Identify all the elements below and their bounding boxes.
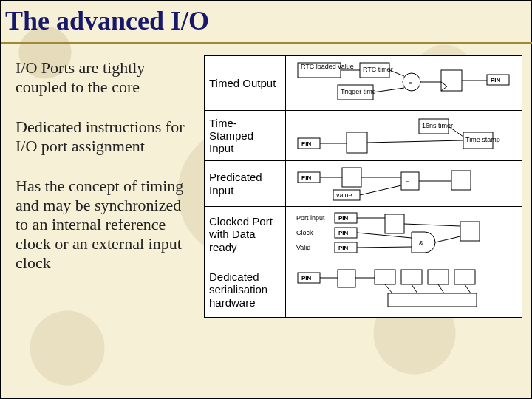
- svg-line-7: [389, 70, 404, 76]
- svg-rect-43: [388, 293, 477, 307]
- svg-line-35: [435, 236, 460, 242]
- diagram-timed-output: RTC loaded value RTC timer Trigger time …: [286, 56, 522, 111]
- and-gate-icon: &: [419, 239, 423, 247]
- svg-line-47: [412, 284, 417, 293]
- svg-rect-21: [401, 172, 419, 190]
- eq-icon: =: [406, 178, 409, 185]
- svg-rect-41: [428, 270, 449, 284]
- svg-line-17: [449, 126, 463, 137]
- svg-rect-19: [342, 168, 361, 187]
- label-16ns-timer: 16ns timer: [422, 122, 453, 129]
- label-value: value: [336, 191, 352, 199]
- svg-rect-39: [375, 270, 395, 284]
- svg-rect-42: [454, 270, 475, 284]
- io-table: Timed Output RTC loaded value RTC timer …: [204, 55, 522, 318]
- row-label-clocked-port: Clocked Port with Data ready: [205, 207, 286, 262]
- table-row: Predicated Input PIN value =: [205, 161, 522, 207]
- svg-line-25: [360, 185, 401, 195]
- row-label-time-stamped: Time-Stamped Input: [205, 111, 286, 161]
- svg-line-34: [357, 247, 412, 248]
- label-rtc-loaded: RTC loaded value: [301, 63, 354, 70]
- bullet-list: I/O Ports are tightly coupled to the cor…: [16, 58, 193, 293]
- table-row: Dedicated serialisation hardware PIN: [205, 262, 522, 318]
- row-label-predicated: Predicated Input: [205, 161, 286, 207]
- svg-rect-38: [338, 270, 355, 287]
- svg-rect-12: [347, 132, 367, 153]
- pin-label: PIN: [301, 174, 312, 181]
- table-row: Timed Output RTC loaded value RTC timer …: [205, 56, 522, 111]
- svg-rect-31: [460, 222, 480, 241]
- svg-line-36: [404, 224, 460, 226]
- row-label-serialisation: Dedicated serialisation hardware: [205, 262, 286, 318]
- label-port-input: Port input: [296, 214, 325, 222]
- title-underline: [1, 42, 532, 44]
- diagram-clocked-port: Port input PIN Clock PIN Valid PIN &: [286, 207, 522, 262]
- eq-icon: =: [409, 79, 412, 86]
- bullet-2: Dedicated instructions for I/O port assi…: [16, 117, 193, 156]
- label-time-stamp: Time stamp: [466, 136, 500, 143]
- pin-label: PIN: [338, 230, 349, 236]
- svg-line-8: [373, 88, 404, 92]
- bullet-3: Has the concept of timing and may be syn…: [16, 177, 193, 273]
- slide-title: The advanced I/O: [5, 5, 209, 36]
- table-row: Clocked Port with Data ready Port input …: [205, 207, 522, 262]
- svg-rect-4: [441, 70, 462, 91]
- svg-line-48: [438, 284, 444, 293]
- svg-rect-30: [385, 214, 404, 233]
- svg-line-46: [385, 284, 392, 293]
- pin-label: PIN: [301, 275, 312, 282]
- svg-line-16: [367, 140, 463, 143]
- diagram-predicated-input: PIN value =: [286, 161, 522, 207]
- svg-rect-40: [401, 270, 422, 284]
- svg-rect-22: [451, 171, 471, 190]
- label-clock: Clock: [296, 229, 313, 236]
- row-label-timed-output: Timed Output: [205, 56, 286, 111]
- diagram-time-stamped-input: PIN 16ns timer Time stamp: [286, 111, 522, 161]
- pin-label: PIN: [338, 215, 349, 222]
- svg-line-49: [465, 284, 471, 293]
- label-trigger-time: Trigger time: [341, 88, 376, 95]
- pin-label: PIN: [491, 77, 501, 83]
- label-valid: Valid: [296, 244, 310, 251]
- table-row: Time-Stamped Input PIN 16ns timer Time s…: [205, 111, 522, 161]
- bullet-1: I/O Ports are tightly coupled to the cor…: [16, 58, 193, 97]
- diagram-serialisation: PIN: [286, 262, 522, 318]
- pin-label: PIN: [338, 245, 349, 251]
- pin-label: PIN: [301, 140, 312, 147]
- label-rtc-timer: RTC timer: [363, 66, 393, 73]
